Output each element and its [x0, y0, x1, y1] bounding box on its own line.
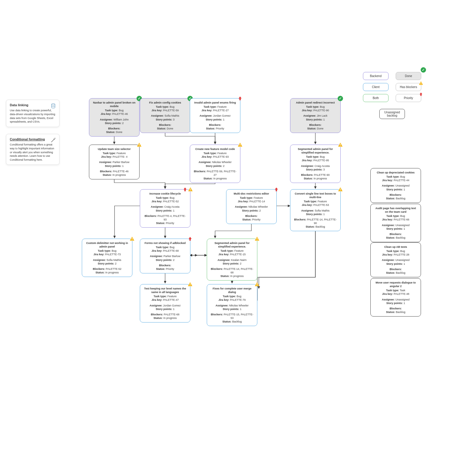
card-p47[interactable]: Test keeping our level names the same in…: [140, 284, 190, 322]
card-p68[interactable]: Forms not showing if adblocked Task type…: [140, 239, 190, 273]
legend-both: Both: [363, 94, 389, 102]
card-p14[interactable]: Multi-doc restrictions editor Task type:…: [226, 189, 277, 224]
card-p28[interactable]: Clean up AB tests Task type: Bug Jira ke…: [370, 242, 421, 277]
card-p52[interactable]: Increase cookie lifecycle Task type: Bug…: [140, 189, 190, 228]
info-body: Conditional formatting offers a great wa…: [10, 143, 56, 162]
warning-icon: [419, 81, 423, 86]
info-conditional-formatting: Conditional formatting Conditional forma…: [6, 134, 60, 165]
card-p4[interactable]: Update team size selector Task type: Fea…: [89, 145, 140, 179]
legend-priority: Priority: [396, 94, 421, 102]
legend-right-col: Done ✓ Has blockers Priority: [396, 72, 421, 102]
card-p53[interactable]: Convert single line text boxes to multi-…: [290, 189, 341, 231]
card-p15[interactable]: Segmented admin panel for simplified exp…: [207, 239, 257, 281]
warning-icon: [338, 142, 343, 148]
svg-point-0: [51, 104, 55, 105]
svg-rect-2: [421, 84, 421, 84]
card-p93[interactable]: Create new feature model code Task type:…: [190, 145, 240, 183]
warning-icon: [338, 187, 343, 192]
priority-icon: [274, 187, 279, 192]
card-p79[interactable]: Fixes for complete user merge dialog Tas…: [207, 284, 257, 326]
warning-icon: [129, 236, 135, 242]
priority-icon: [419, 92, 423, 97]
warning-icon: [237, 142, 243, 148]
wand-icon: [50, 137, 56, 144]
priority-icon: [187, 236, 193, 242]
card-p44[interactable]: Clean up depreciated cookies Task type: …: [370, 168, 421, 203]
legend-unassigned: Unassigned backlog: [379, 109, 405, 119]
svg-rect-1: [421, 82, 421, 84]
card-p46[interactable]: ✓ Navbar to admin panel broken on mobile…: [89, 98, 140, 137]
warning-icon: [188, 187, 193, 192]
link-icon: [50, 103, 56, 110]
warning-icon: [254, 236, 260, 242]
legend-left-col: Backend Client Both: [363, 72, 389, 102]
card-p90[interactable]: ✓ Admin panel redirect incorrect Task ty…: [290, 98, 341, 133]
card-p73[interactable]: Custom delimitter not working in admin p…: [82, 239, 132, 277]
priority-icon: [237, 96, 243, 101]
card-p59[interactable]: ✓ Fix admin config cookies Task type: Bu…: [140, 98, 190, 133]
warning-icon: [137, 142, 142, 148]
info-data-linking: Data linking Use data linking to create …: [6, 100, 60, 127]
card-p27[interactable]: Invalid admin panel enums firing Task ty…: [190, 98, 240, 133]
check-icon: ✓: [338, 96, 343, 101]
legend-has-blockers: Has blockers: [396, 83, 421, 91]
info-heading: Conditional formatting: [10, 137, 56, 142]
card-p95[interactable]: Segmented admin panel for simplified exp…: [290, 145, 341, 183]
warning-icon: [187, 282, 193, 287]
info-heading: Data linking: [10, 103, 56, 107]
card-p66[interactable]: Audit page has overlapping text on the t…: [370, 204, 421, 242]
legend-done: Done ✓: [396, 72, 421, 80]
priority-icon: [182, 187, 188, 192]
info-body: Use data linking to create powerful, dat…: [10, 109, 56, 123]
card-p48[interactable]: Move user requests dialogue to angular 2…: [370, 278, 421, 317]
legend-backend: Backend: [363, 72, 389, 80]
warning-icon: [254, 282, 260, 287]
legend-client: Client: [363, 83, 389, 91]
